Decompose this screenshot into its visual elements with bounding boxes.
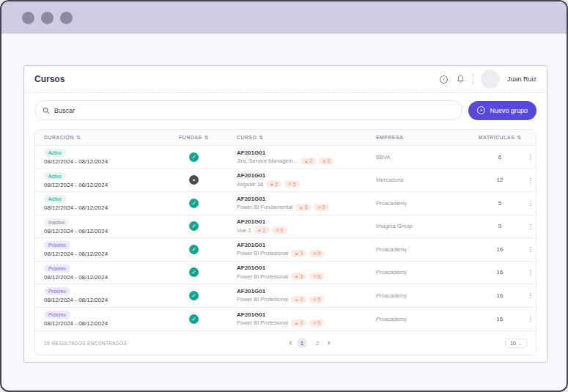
company-name: Mercadona (376, 177, 477, 183)
badge1-value: 3 (305, 204, 308, 210)
warning-icon: ▲ (299, 205, 303, 210)
course-badge-1: ▲2 (300, 158, 316, 165)
pagination: ‹ 1 2 › (289, 338, 331, 348)
fundae-status-icon: • (189, 175, 199, 185)
badge2-value: 5 (318, 320, 321, 325)
badge2-value: 5 (318, 251, 321, 256)
chevron-right-icon[interactable]: › (328, 339, 330, 347)
table-row[interactable]: Activo 08/12/2024 - 08/12/2024 ✓ AF201G0… (35, 192, 536, 215)
course-badge-1: ▲3 (291, 273, 306, 280)
course-code: AF201G01 (237, 265, 376, 271)
fundae-cell: ✓ (151, 199, 237, 208)
course-name: Power BI Profesional (237, 250, 288, 256)
fundae-cell: ✓ (151, 267, 237, 277)
course-badge-1: ▲2 (266, 180, 281, 188)
sort-icon[interactable]: ⇅ (517, 135, 521, 141)
window-control-dot[interactable] (22, 12, 34, 24)
duration-cell: Próximo 08/12/2024 - 08/12/2024 (35, 241, 151, 257)
course-cell: AF201G01 Power BI Profesional ▲3 ⊘5 (237, 311, 376, 327)
company-name: Proacademy (376, 246, 477, 253)
row-menu-button[interactable]: ⋮ (523, 315, 536, 322)
row-menu-button[interactable]: ⋮ (523, 292, 536, 299)
row-menu-button[interactable]: ⋮ (523, 199, 536, 207)
course-name: Power BI Profesional (237, 296, 288, 303)
course-name: Vue 3 (237, 227, 251, 234)
fundae-status-icon: ✓ (189, 291, 199, 300)
enrollment-count: 5 (477, 200, 523, 207)
course-code: AF201G01 (237, 288, 376, 295)
warning-icon: ▲ (295, 251, 298, 256)
course-code: AF201G01 (237, 196, 376, 202)
company-name: Proacademy (376, 316, 477, 322)
fundae-cell: ✓ (151, 291, 237, 300)
company-name: Proacademy (376, 269, 477, 275)
table-row[interactable]: Activo 08/12/2024 - 08/12/2024 ✓ AF201G0… (35, 146, 536, 169)
results-summary: 16 RESULTADOS ENCONTRADOS (44, 341, 127, 346)
duration-cell: Activo 08/12/2024 - 08/12/2024 (35, 149, 151, 165)
badge1-value: 3 (300, 274, 303, 279)
badge2-value: 5 (281, 228, 284, 233)
table-row[interactable]: Próximo 08/12/2024 - 08/12/2024 ✓ AF201G… (35, 284, 536, 308)
course-badge-2: ⊘5 (284, 180, 299, 188)
sort-icon[interactable]: ⇅ (76, 135, 81, 141)
course-cell: AF201G01 Power BI Profesional ▲3 ⊘5 (237, 242, 376, 257)
course-badge-2: ⊘5 (309, 250, 324, 257)
info-icon[interactable]: i (439, 75, 449, 84)
fundae-status-icon: ✓ (189, 267, 199, 277)
table-row[interactable]: Activo 08/12/2024 - 08/12/2024 • AF201G0… (35, 169, 536, 193)
badge1-value: 3 (300, 251, 303, 256)
row-menu-button[interactable]: ⋮ (523, 223, 536, 230)
badge1-value: 3 (300, 320, 303, 325)
course-badge-2: ⊘5 (309, 273, 324, 280)
new-group-button[interactable]: + Nuevo grupo (468, 101, 536, 120)
slash-icon: ⊘ (313, 251, 317, 256)
warning-icon: ▲ (270, 182, 273, 186)
page-button-2[interactable]: 2 (312, 338, 322, 348)
column-header-duracion[interactable]: DURACIÓN⇅ (35, 135, 151, 141)
course-badge-2: ⊘5 (309, 319, 324, 327)
page-button-1[interactable]: 1 (297, 338, 307, 348)
duration-cell: Activo 08/12/2024 - 08/12/2024 (35, 172, 151, 188)
toolbar: + Nuevo grupo (24, 93, 547, 120)
company-name: BBVA (376, 154, 477, 160)
status-badge: Activo (44, 149, 66, 157)
course-cell: AF201G01 Vue 3 ▲2 ⊘5 (237, 218, 376, 234)
window-control-dot[interactable] (41, 12, 54, 24)
header-divider (473, 73, 473, 85)
search-box[interactable] (34, 100, 462, 120)
page-size-select[interactable]: 10 ⌄ (505, 339, 527, 348)
enrollment-count: 16 (477, 246, 523, 253)
search-input[interactable] (54, 107, 454, 114)
row-menu-button[interactable]: ⋮ (523, 177, 536, 184)
table-row[interactable]: Próximo 08/12/2024 - 08/12/2024 ✓ AF201G… (35, 308, 536, 331)
duration-dates: 08/12/2024 - 08/12/2024 (44, 158, 151, 165)
column-header-matriculas[interactable]: MATRÍCULAS⇅ (477, 135, 523, 141)
course-code: AF201G01 (237, 311, 376, 318)
panel-header: Cursos i Juan Ruiz (24, 66, 547, 93)
table-header: DURACIÓN⇅ FUNDAE⇅ CURSO⇅ EMPRESA MATRÍCU… (35, 130, 536, 146)
enrollment-count: 12 (477, 177, 523, 183)
enrollment-count: 16 (477, 292, 523, 299)
badge1-value: 2 (276, 182, 279, 187)
warning-icon: ▲ (295, 297, 298, 302)
table-row[interactable]: Próximo 08/12/2024 - 08/12/2024 ✓ AF201G… (35, 262, 536, 285)
row-menu-button[interactable]: ⋮ (523, 269, 536, 276)
status-badge: Próximo (44, 311, 70, 319)
sort-icon[interactable]: ⇅ (259, 135, 263, 141)
window-control-dot[interactable] (60, 12, 73, 24)
chevron-left-icon[interactable]: ‹ (289, 339, 292, 347)
duration-cell: Próximo 08/12/2024 - 08/12/2024 (35, 311, 151, 327)
badge2-value: 5 (328, 158, 331, 163)
sort-icon[interactable]: ⇅ (204, 135, 209, 141)
row-menu-button[interactable]: ⋮ (523, 153, 536, 160)
row-menu-button[interactable]: ⋮ (523, 245, 536, 253)
duration-cell: Próximo 08/12/2024 - 08/12/2024 (35, 265, 151, 281)
column-header-curso[interactable]: CURSO⇅ (237, 135, 376, 141)
table-row[interactable]: Inactivo 08/12/2024 - 08/12/2024 ✓ AF201… (35, 215, 536, 239)
table-row[interactable]: Próximo 08/12/2024 - 08/12/2024 ✓ AF201G… (35, 238, 536, 262)
column-header-fundae[interactable]: FUNDAE⇅ (151, 135, 237, 141)
badge1-value: 2 (263, 228, 266, 233)
bell-icon[interactable] (456, 75, 465, 84)
column-header-empresa[interactable]: EMPRESA (376, 135, 477, 140)
avatar[interactable] (481, 70, 500, 89)
